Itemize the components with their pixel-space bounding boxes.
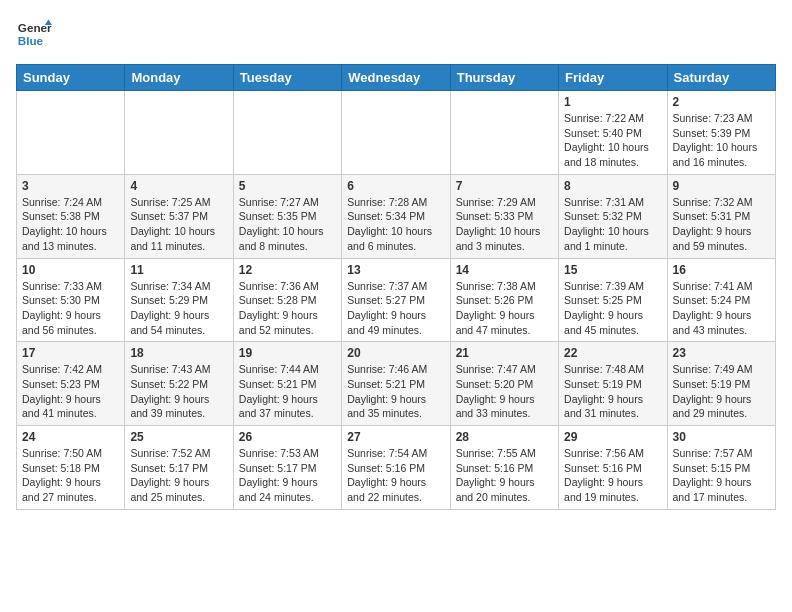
weekday-header-thursday: Thursday — [450, 65, 558, 91]
day-number: 7 — [456, 179, 553, 193]
day-number: 12 — [239, 263, 336, 277]
day-number: 14 — [456, 263, 553, 277]
day-number: 29 — [564, 430, 661, 444]
day-info: Sunrise: 7:56 AM Sunset: 5:16 PM Dayligh… — [564, 446, 661, 505]
day-cell: 21Sunrise: 7:47 AM Sunset: 5:20 PM Dayli… — [450, 342, 558, 426]
day-info: Sunrise: 7:27 AM Sunset: 5:35 PM Dayligh… — [239, 195, 336, 254]
day-cell: 1Sunrise: 7:22 AM Sunset: 5:40 PM Daylig… — [559, 91, 667, 175]
day-number: 2 — [673, 95, 770, 109]
weekday-header-tuesday: Tuesday — [233, 65, 341, 91]
day-number: 3 — [22, 179, 119, 193]
day-info: Sunrise: 7:36 AM Sunset: 5:28 PM Dayligh… — [239, 279, 336, 338]
day-number: 25 — [130, 430, 227, 444]
day-info: Sunrise: 7:42 AM Sunset: 5:23 PM Dayligh… — [22, 362, 119, 421]
weekday-header-monday: Monday — [125, 65, 233, 91]
day-cell: 29Sunrise: 7:56 AM Sunset: 5:16 PM Dayli… — [559, 426, 667, 510]
day-info: Sunrise: 7:48 AM Sunset: 5:19 PM Dayligh… — [564, 362, 661, 421]
day-info: Sunrise: 7:29 AM Sunset: 5:33 PM Dayligh… — [456, 195, 553, 254]
day-number: 1 — [564, 95, 661, 109]
day-number: 21 — [456, 346, 553, 360]
day-info: Sunrise: 7:22 AM Sunset: 5:40 PM Dayligh… — [564, 111, 661, 170]
day-info: Sunrise: 7:37 AM Sunset: 5:27 PM Dayligh… — [347, 279, 444, 338]
day-number: 19 — [239, 346, 336, 360]
day-cell: 6Sunrise: 7:28 AM Sunset: 5:34 PM Daylig… — [342, 174, 450, 258]
day-info: Sunrise: 7:28 AM Sunset: 5:34 PM Dayligh… — [347, 195, 444, 254]
week-row-5: 24Sunrise: 7:50 AM Sunset: 5:18 PM Dayli… — [17, 426, 776, 510]
day-cell: 11Sunrise: 7:34 AM Sunset: 5:29 PM Dayli… — [125, 258, 233, 342]
day-info: Sunrise: 7:31 AM Sunset: 5:32 PM Dayligh… — [564, 195, 661, 254]
day-cell: 7Sunrise: 7:29 AM Sunset: 5:33 PM Daylig… — [450, 174, 558, 258]
day-cell: 5Sunrise: 7:27 AM Sunset: 5:35 PM Daylig… — [233, 174, 341, 258]
day-info: Sunrise: 7:39 AM Sunset: 5:25 PM Dayligh… — [564, 279, 661, 338]
day-cell — [342, 91, 450, 175]
day-cell: 15Sunrise: 7:39 AM Sunset: 5:25 PM Dayli… — [559, 258, 667, 342]
calendar-table: SundayMondayTuesdayWednesdayThursdayFrid… — [16, 64, 776, 510]
day-info: Sunrise: 7:24 AM Sunset: 5:38 PM Dayligh… — [22, 195, 119, 254]
day-info: Sunrise: 7:41 AM Sunset: 5:24 PM Dayligh… — [673, 279, 770, 338]
week-row-2: 3Sunrise: 7:24 AM Sunset: 5:38 PM Daylig… — [17, 174, 776, 258]
day-cell: 25Sunrise: 7:52 AM Sunset: 5:17 PM Dayli… — [125, 426, 233, 510]
day-info: Sunrise: 7:25 AM Sunset: 5:37 PM Dayligh… — [130, 195, 227, 254]
day-cell: 26Sunrise: 7:53 AM Sunset: 5:17 PM Dayli… — [233, 426, 341, 510]
day-info: Sunrise: 7:23 AM Sunset: 5:39 PM Dayligh… — [673, 111, 770, 170]
day-info: Sunrise: 7:33 AM Sunset: 5:30 PM Dayligh… — [22, 279, 119, 338]
day-info: Sunrise: 7:38 AM Sunset: 5:26 PM Dayligh… — [456, 279, 553, 338]
day-number: 11 — [130, 263, 227, 277]
day-cell: 19Sunrise: 7:44 AM Sunset: 5:21 PM Dayli… — [233, 342, 341, 426]
day-number: 15 — [564, 263, 661, 277]
day-info: Sunrise: 7:44 AM Sunset: 5:21 PM Dayligh… — [239, 362, 336, 421]
day-number: 5 — [239, 179, 336, 193]
day-info: Sunrise: 7:47 AM Sunset: 5:20 PM Dayligh… — [456, 362, 553, 421]
day-cell: 14Sunrise: 7:38 AM Sunset: 5:26 PM Dayli… — [450, 258, 558, 342]
day-info: Sunrise: 7:46 AM Sunset: 5:21 PM Dayligh… — [347, 362, 444, 421]
day-number: 16 — [673, 263, 770, 277]
logo: General Blue — [16, 16, 52, 52]
day-number: 13 — [347, 263, 444, 277]
day-info: Sunrise: 7:52 AM Sunset: 5:17 PM Dayligh… — [130, 446, 227, 505]
day-cell: 3Sunrise: 7:24 AM Sunset: 5:38 PM Daylig… — [17, 174, 125, 258]
day-cell: 12Sunrise: 7:36 AM Sunset: 5:28 PM Dayli… — [233, 258, 341, 342]
day-info: Sunrise: 7:43 AM Sunset: 5:22 PM Dayligh… — [130, 362, 227, 421]
weekday-header-wednesday: Wednesday — [342, 65, 450, 91]
day-info: Sunrise: 7:53 AM Sunset: 5:17 PM Dayligh… — [239, 446, 336, 505]
day-cell: 22Sunrise: 7:48 AM Sunset: 5:19 PM Dayli… — [559, 342, 667, 426]
day-cell: 24Sunrise: 7:50 AM Sunset: 5:18 PM Dayli… — [17, 426, 125, 510]
svg-text:Blue: Blue — [18, 34, 44, 47]
day-cell: 23Sunrise: 7:49 AM Sunset: 5:19 PM Dayli… — [667, 342, 775, 426]
day-cell: 4Sunrise: 7:25 AM Sunset: 5:37 PM Daylig… — [125, 174, 233, 258]
day-number: 10 — [22, 263, 119, 277]
day-number: 24 — [22, 430, 119, 444]
day-info: Sunrise: 7:54 AM Sunset: 5:16 PM Dayligh… — [347, 446, 444, 505]
day-number: 28 — [456, 430, 553, 444]
weekday-header-sunday: Sunday — [17, 65, 125, 91]
day-info: Sunrise: 7:55 AM Sunset: 5:16 PM Dayligh… — [456, 446, 553, 505]
day-number: 18 — [130, 346, 227, 360]
day-cell — [125, 91, 233, 175]
day-cell — [450, 91, 558, 175]
weekday-header-friday: Friday — [559, 65, 667, 91]
day-cell: 8Sunrise: 7:31 AM Sunset: 5:32 PM Daylig… — [559, 174, 667, 258]
day-number: 17 — [22, 346, 119, 360]
day-cell: 27Sunrise: 7:54 AM Sunset: 5:16 PM Dayli… — [342, 426, 450, 510]
day-cell: 28Sunrise: 7:55 AM Sunset: 5:16 PM Dayli… — [450, 426, 558, 510]
week-row-1: 1Sunrise: 7:22 AM Sunset: 5:40 PM Daylig… — [17, 91, 776, 175]
day-number: 8 — [564, 179, 661, 193]
day-cell: 16Sunrise: 7:41 AM Sunset: 5:24 PM Dayli… — [667, 258, 775, 342]
day-cell: 18Sunrise: 7:43 AM Sunset: 5:22 PM Dayli… — [125, 342, 233, 426]
day-info: Sunrise: 7:50 AM Sunset: 5:18 PM Dayligh… — [22, 446, 119, 505]
day-cell: 20Sunrise: 7:46 AM Sunset: 5:21 PM Dayli… — [342, 342, 450, 426]
week-row-3: 10Sunrise: 7:33 AM Sunset: 5:30 PM Dayli… — [17, 258, 776, 342]
day-cell: 17Sunrise: 7:42 AM Sunset: 5:23 PM Dayli… — [17, 342, 125, 426]
day-cell: 30Sunrise: 7:57 AM Sunset: 5:15 PM Dayli… — [667, 426, 775, 510]
weekday-header-saturday: Saturday — [667, 65, 775, 91]
day-number: 4 — [130, 179, 227, 193]
day-cell — [17, 91, 125, 175]
weekday-header-row: SundayMondayTuesdayWednesdayThursdayFrid… — [17, 65, 776, 91]
day-cell: 9Sunrise: 7:32 AM Sunset: 5:31 PM Daylig… — [667, 174, 775, 258]
day-info: Sunrise: 7:57 AM Sunset: 5:15 PM Dayligh… — [673, 446, 770, 505]
day-number: 20 — [347, 346, 444, 360]
day-number: 26 — [239, 430, 336, 444]
day-number: 27 — [347, 430, 444, 444]
day-cell — [233, 91, 341, 175]
day-info: Sunrise: 7:49 AM Sunset: 5:19 PM Dayligh… — [673, 362, 770, 421]
